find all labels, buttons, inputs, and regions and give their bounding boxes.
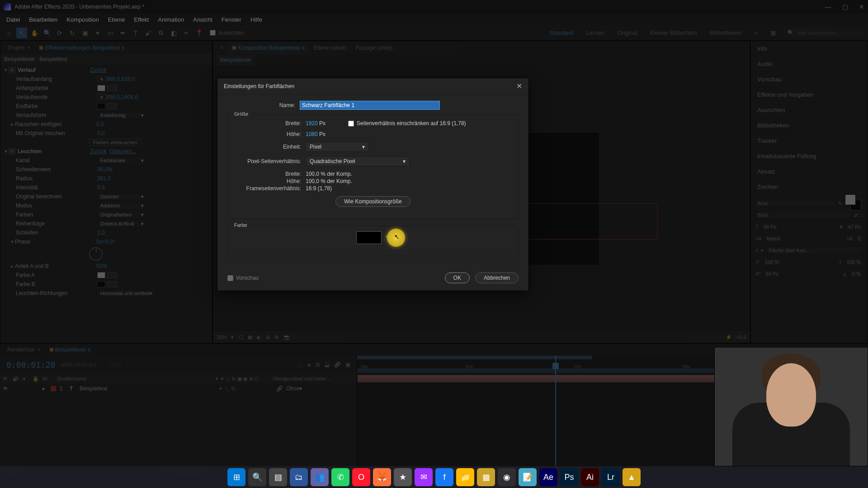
taskbar-ai-icon[interactable]: Ai [581, 468, 599, 486]
taskbar-ae-icon[interactable]: Ae [539, 468, 557, 486]
dialog-title: Einstellungen für Farbflächen [224, 83, 294, 89]
comp-size-button[interactable]: Wie Kompositionsgröße [335, 196, 410, 207]
height-value[interactable]: 1080 [306, 131, 318, 137]
pixel-aspect-select[interactable]: Quadratische Pixel▾ [306, 156, 410, 166]
taskbar-ps-icon[interactable]: Ps [560, 468, 578, 486]
taskbar-firefox-icon[interactable]: 🦊 [373, 468, 391, 486]
lock-aspect-checkbox[interactable] [348, 121, 354, 127]
unit-select[interactable]: Pixel▾ [306, 142, 369, 152]
taskbar-facebook-icon[interactable]: f [435, 468, 453, 486]
width-value[interactable]: 1920 [306, 120, 318, 127]
taskbar-notes-icon[interactable]: 📝 [519, 468, 537, 486]
taskbar-messenger-icon[interactable]: ✉ [415, 468, 433, 486]
taskbar-whatsapp-icon[interactable]: ✆ [331, 468, 349, 486]
webcam-overlay [714, 347, 868, 466]
taskbar-opera-icon[interactable]: O [352, 468, 370, 486]
taskbar-search-icon[interactable]: 🔍 [248, 468, 266, 486]
taskbar-taskview-icon[interactable]: ▤ [269, 468, 287, 486]
taskbar-obs-icon[interactable]: ◉ [498, 468, 516, 486]
cancel-button[interactable]: Abbrechen [475, 272, 519, 283]
dialog-close-icon[interactable]: ✕ [516, 82, 522, 90]
taskbar-app3-icon[interactable]: ▲ [623, 468, 641, 486]
windows-taskbar: ⊞🔍▤🗂👥✆O🦊★✉f📁▦◉📝AePsAiLr▲ [0, 466, 868, 488]
preview-checkbox [227, 275, 233, 281]
taskbar-start-icon[interactable]: ⊞ [227, 468, 245, 486]
taskbar-files-icon[interactable]: 📁 [456, 468, 474, 486]
taskbar-explorer-icon[interactable]: 🗂 [290, 468, 308, 486]
taskbar-teams-icon[interactable]: 👥 [311, 468, 329, 486]
color-well[interactable] [356, 231, 382, 244]
taskbar-app2-icon[interactable]: ▦ [477, 468, 495, 486]
ok-button[interactable]: OK [445, 272, 470, 283]
taskbar-app1-icon[interactable]: ★ [394, 468, 412, 486]
solid-name-input[interactable] [300, 101, 440, 110]
solid-settings-dialog: Einstellungen für Farbflächen ✕ Name: Gr… [217, 78, 529, 291]
cursor-highlight [387, 229, 405, 247]
taskbar-lr-icon[interactable]: Lr [602, 468, 620, 486]
